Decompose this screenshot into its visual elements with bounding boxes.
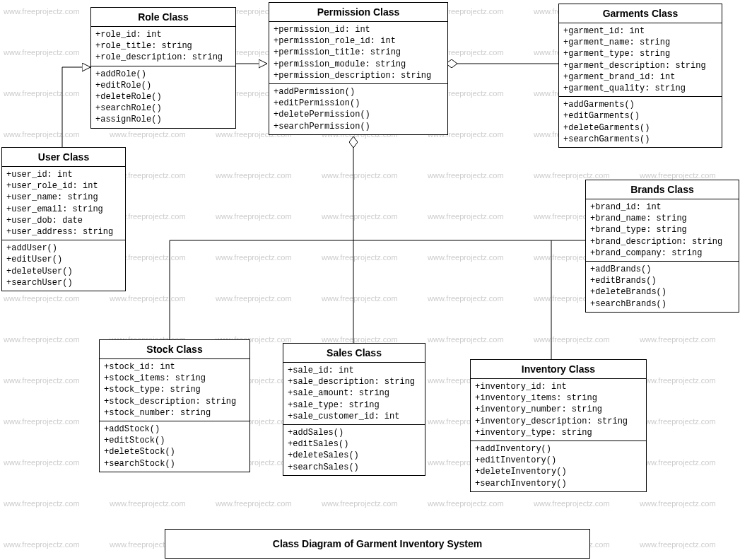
watermark-text: www.freeprojectz.com <box>4 499 80 508</box>
watermark-text: www.freeprojectz.com <box>428 171 504 180</box>
class-title: Garments Class <box>559 4 722 23</box>
class-attrs: +stock_id: int+stock_items: string+stock… <box>100 359 249 421</box>
class-title: Permission Class <box>269 3 447 22</box>
class-title: Role Class <box>91 8 235 27</box>
class-title: Stock Class <box>100 340 249 359</box>
class-methods: +addStock()+editStock()+deleteStock()+se… <box>100 421 249 472</box>
watermark-text: www.freeprojectz.com <box>534 499 610 508</box>
watermark-text: www.freeprojectz.com <box>216 294 292 303</box>
watermark-text: www.freeprojectz.com <box>216 499 292 508</box>
watermark-text: www.freeprojectz.com <box>428 253 504 262</box>
watermark-text: www.freeprojectz.com <box>640 417 716 426</box>
class-title: Sales Class <box>283 344 425 363</box>
class-attrs: +sale_id: int+sale_description: string+s… <box>283 363 425 425</box>
class-attrs: +inventory_id: int+inventory_items: stri… <box>471 379 646 441</box>
class-attrs: +garment_id: int+garment_name: string+ga… <box>559 23 722 97</box>
class-user: User Class +user_id: int+user_role_id: i… <box>1 147 126 291</box>
class-methods: +addUser()+editUser()+deleteUser()+searc… <box>2 240 125 291</box>
watermark-text: www.freeprojectz.com <box>4 417 80 426</box>
class-sales: Sales Class +sale_id: int+sale_descripti… <box>283 343 425 476</box>
class-title: User Class <box>2 148 125 167</box>
watermark-text: www.freeprojectz.com <box>110 130 186 139</box>
watermark-text: www.freeprojectz.com <box>640 171 716 180</box>
watermark-text: www.freeprojectz.com <box>110 499 186 508</box>
watermark-text: www.freeprojectz.com <box>534 171 610 180</box>
watermark-text: www.freeprojectz.com <box>428 499 504 508</box>
watermark-text: www.freeprojectz.com <box>4 89 80 98</box>
watermark-text: www.freeprojectz.com <box>428 212 504 221</box>
watermark-text: www.freeprojectz.com <box>4 130 80 139</box>
watermark-text: www.freeprojectz.com <box>216 171 292 180</box>
watermark-text: www.freeprojectz.com <box>640 335 716 344</box>
class-inventory: Inventory Class +inventory_id: int+inven… <box>470 359 647 492</box>
class-methods: +addInventory()+editInventory()+deleteIn… <box>471 441 646 491</box>
watermark-text: www.freeprojectz.com <box>640 499 716 508</box>
watermark-text: www.freeprojectz.com <box>322 253 398 262</box>
watermark-text: www.freeprojectz.com <box>640 458 716 467</box>
class-brands: Brands Class +brand_id: int+brand_name: … <box>585 180 739 313</box>
class-attrs: +brand_id: int+brand_name: string+brand_… <box>586 199 739 262</box>
watermark-text: www.freeprojectz.com <box>640 376 716 385</box>
watermark-text: www.freeprojectz.com <box>428 294 504 303</box>
watermark-text: www.freeprojectz.com <box>4 335 80 344</box>
watermark-text: www.freeprojectz.com <box>4 458 80 467</box>
class-role: Role Class +role_id: int+role_title: str… <box>90 7 236 129</box>
watermark-text: www.freeprojectz.com <box>4 7 80 16</box>
watermark-text: www.freeprojectz.com <box>216 253 292 262</box>
class-permission: Permission Class +permission_id: int+per… <box>269 2 448 135</box>
watermark-text: www.freeprojectz.com <box>428 335 504 344</box>
class-methods: +addGarments()+editGarments()+deleteGarm… <box>559 97 722 147</box>
watermark-text: www.freeprojectz.com <box>4 376 80 385</box>
class-stock: Stock Class +stock_id: int+stock_items: … <box>99 339 250 472</box>
class-attrs: +user_id: int+user_role_id: int+user_nam… <box>2 167 125 240</box>
class-methods: +addRole()+editRole()+deleteRole()+searc… <box>91 66 235 128</box>
watermark-text: www.freeprojectz.com <box>534 335 610 344</box>
watermark-text: www.freeprojectz.com <box>322 499 398 508</box>
watermark-text: www.freeprojectz.com <box>216 212 292 221</box>
watermark-text: www.freeprojectz.com <box>322 171 398 180</box>
diagram-caption: Class Diagram of Garment Inventory Syste… <box>165 529 590 559</box>
class-attrs: +role_id: int+role_title: string+role_de… <box>91 27 235 66</box>
watermark-text: www.freeprojectz.com <box>4 294 80 303</box>
class-title: Inventory Class <box>471 360 646 379</box>
watermark-text: www.freeprojectz.com <box>322 212 398 221</box>
class-attrs: +permission_id: int+permission_role_id: … <box>269 22 447 84</box>
class-methods: +addSales()+editSales()+deleteSales()+se… <box>283 425 425 475</box>
class-methods: +addBrands()+editBrands()+deleteBrands()… <box>586 262 739 312</box>
class-title: Brands Class <box>586 180 739 199</box>
watermark-text: www.freeprojectz.com <box>322 294 398 303</box>
watermark-text: www.freeprojectz.com <box>4 540 80 549</box>
watermark-text: www.freeprojectz.com <box>640 540 716 549</box>
class-garments: Garments Class +garment_id: int+garment_… <box>558 4 722 148</box>
watermark-text: www.freeprojectz.com <box>110 294 186 303</box>
class-methods: +addPermission()+editPermission()+delete… <box>269 84 447 134</box>
watermark-text: www.freeprojectz.com <box>4 48 80 57</box>
